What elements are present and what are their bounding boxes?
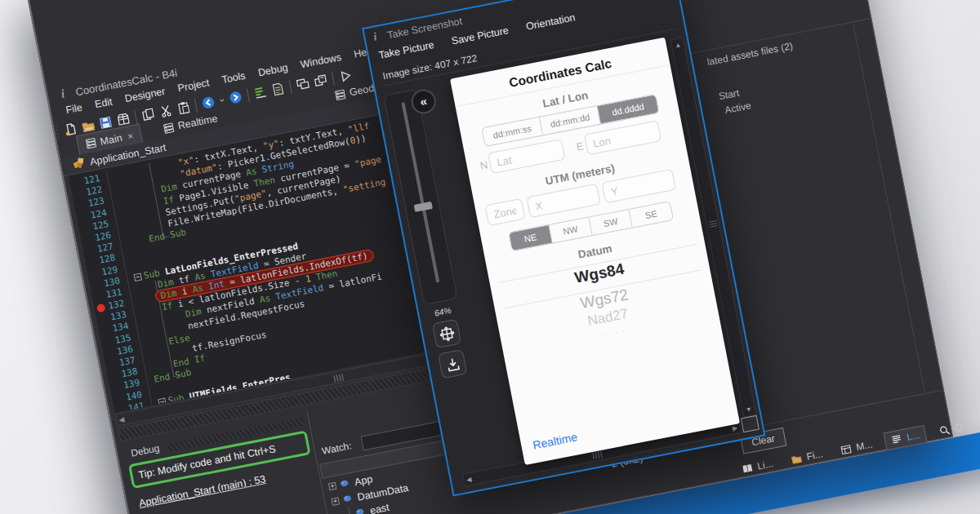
log-line: Start <box>718 87 741 103</box>
n-label: N <box>479 158 489 172</box>
save-image-button[interactable] <box>438 349 467 379</box>
segment-ddmmss[interactable]: dd:mm:ss <box>482 117 543 146</box>
scroll-up-icon[interactable]: ▲ <box>674 41 681 49</box>
open-folder-icon <box>80 118 96 134</box>
tree-connector <box>348 507 352 514</box>
toolbar-separator <box>332 72 335 86</box>
cut-icon <box>158 104 174 119</box>
scrollbar-grip[interactable]: |||| <box>332 372 345 382</box>
scroll-left-icon[interactable]: ◀ <box>466 476 472 484</box>
side-tab-label: Li... <box>756 458 774 472</box>
windows-cascade-icon <box>313 73 328 89</box>
code-fold-icon[interactable]: − <box>133 273 142 281</box>
info-icon: i <box>60 86 65 100</box>
code-text <box>155 386 158 397</box>
segment-ddmmdd[interactable]: dd:mm:dd <box>540 106 601 135</box>
toolbar-separator <box>134 110 137 124</box>
segment-dddddd[interactable]: dd.dddd <box>598 95 659 123</box>
e-label: E <box>575 140 584 153</box>
run-icon <box>338 69 354 84</box>
module-tab-icon <box>85 137 97 149</box>
toolbar-separator <box>194 98 198 112</box>
scroll-down-icon[interactable]: ▼ <box>745 405 752 414</box>
zone-field[interactable] <box>484 198 525 226</box>
log-list-icon <box>890 433 904 446</box>
watch-var-icon <box>354 507 367 514</box>
log-line: lated assets files (2) <box>706 40 794 68</box>
scrollbar-corner <box>741 415 760 432</box>
toolbar-separator <box>289 80 292 94</box>
module-tab-icon <box>163 122 175 134</box>
move-icon <box>438 325 455 342</box>
save-icon <box>98 115 114 131</box>
new-file-icon <box>63 122 78 137</box>
watch-var-icon <box>338 479 350 489</box>
watch-label: Watch: <box>321 440 353 457</box>
module-icon <box>840 443 853 456</box>
module-tab-icon <box>334 88 346 100</box>
debug-panel-label: Debug <box>130 442 160 459</box>
scrollbar-grip[interactable]: ——— <box>709 219 718 228</box>
compile-icon <box>253 85 269 100</box>
log-doc-icon <box>270 82 286 97</box>
folder-icon <box>790 453 804 466</box>
watch-var-icon <box>341 494 354 504</box>
sub-event-icon <box>72 156 87 171</box>
side-tab-label: M... <box>855 439 873 454</box>
close-icon[interactable]: × <box>127 130 135 142</box>
sub-event-icon <box>72 156 87 173</box>
windows-stack-icon <box>296 77 311 92</box>
panel-edge-line <box>853 24 925 393</box>
segment-NE[interactable]: NE <box>509 225 552 250</box>
expand-icon[interactable]: + <box>328 482 337 491</box>
segment-SE[interactable]: SE <box>630 202 673 227</box>
side-tab-label: L... <box>906 429 921 443</box>
realtime-link[interactable]: Realtime <box>532 430 578 451</box>
scene: i CoordinatesCalc - B4i FileEditDesigner… <box>0 0 980 514</box>
download-icon <box>444 356 461 373</box>
device-screenshot: Coordinates Calc Lat / Lon dd:mm:ssdd:mm… <box>450 38 740 465</box>
menu-item-take-picture[interactable]: Take Picture <box>378 39 435 61</box>
segment-SW[interactable]: SW <box>589 210 632 235</box>
toolbar-separator <box>247 88 250 102</box>
code-text <box>129 250 131 261</box>
watch-var-name: east <box>369 501 390 514</box>
side-tab-label: Fi... <box>805 448 823 463</box>
zoom-slider-thumb[interactable] <box>414 202 433 212</box>
watch-var-name: App <box>354 473 374 488</box>
scroll-left-icon[interactable]: ◀ <box>118 415 125 424</box>
menu-item-orientation[interactable]: Orientation <box>525 11 577 32</box>
back-icon <box>201 95 216 110</box>
info-icon: i <box>372 30 378 43</box>
menu-item-save-picture[interactable]: Save Picture <box>451 24 510 47</box>
side-tab-label: Q... <box>954 419 972 433</box>
scroll-right-icon[interactable]: ▶ <box>732 424 738 432</box>
zoom-percent-label: 64% <box>425 304 461 320</box>
fit-screen-button[interactable] <box>432 319 461 348</box>
tab-label: Main <box>99 131 122 147</box>
expand-icon[interactable]: + <box>331 497 340 506</box>
segment-NW[interactable]: NW <box>549 217 592 242</box>
copy-icon <box>140 107 156 122</box>
log-line: Active <box>724 100 752 116</box>
code-text <box>131 261 133 273</box>
book-icon <box>741 462 755 475</box>
forward-icon <box>228 90 243 105</box>
search-icon <box>938 423 951 436</box>
stage: i CoordinatesCalc - B4i FileEditDesigner… <box>0 0 980 514</box>
paste-icon <box>176 100 191 115</box>
package-icon <box>116 112 131 127</box>
zoom-slider-track[interactable] <box>401 102 439 283</box>
